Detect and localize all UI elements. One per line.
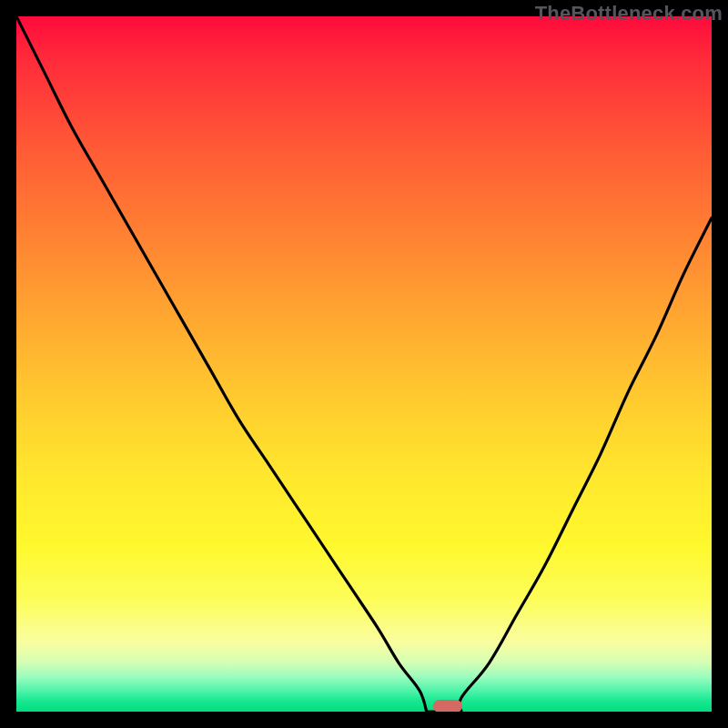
plot-area — [16, 16, 712, 712]
optimum-marker — [433, 700, 462, 712]
bottleneck-curve — [16, 16, 712, 712]
chart-frame: TheBottleneck.com — [0, 0, 728, 728]
watermark-text: TheBottleneck.com — [535, 2, 723, 25]
